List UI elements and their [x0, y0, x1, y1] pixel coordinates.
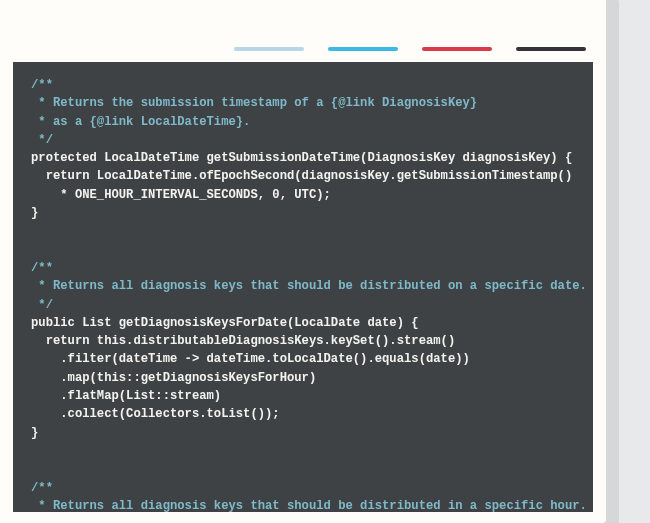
javadoc-line: * Returns all diagnosis keys that should…	[31, 499, 587, 512]
code-line: public List getDiagnosisKeysForDate(Loca…	[31, 316, 419, 330]
code-line: .flatMap(List::stream)	[31, 389, 221, 403]
code-line: .map(this::getDiagnosisKeysForHour)	[31, 371, 316, 385]
code-line: * ONE_HOUR_INTERVAL_SECONDS, 0, UTC);	[31, 188, 331, 202]
tab-indicator-1[interactable]	[234, 47, 304, 51]
code-line: protected LocalDateTime getSubmissionDat…	[31, 151, 572, 165]
javadoc-line: */	[31, 133, 53, 147]
javadoc-line: * Returns the submission timestamp of a …	[31, 96, 477, 110]
code-line: }	[31, 426, 38, 440]
code-line: }	[31, 206, 38, 220]
javadoc-line: * Returns all diagnosis keys that should…	[31, 279, 587, 293]
code-line: return this.distributableDiagnosisKeys.k…	[31, 334, 455, 348]
javadoc-line: /**	[31, 78, 53, 92]
tab-indicator-2[interactable]	[328, 47, 398, 51]
code-line: .collect(Collectors.toList());	[31, 407, 280, 421]
tab-strip	[0, 38, 606, 56]
javadoc-line: /**	[31, 261, 53, 275]
code-content: /** * Returns the submission timestamp o…	[31, 76, 575, 512]
code-line: .filter(dateTime -> dateTime.toLocalDate…	[31, 352, 470, 366]
device-frame: /** * Returns the submission timestamp o…	[0, 0, 606, 523]
tab-indicator-4[interactable]	[516, 47, 586, 51]
tab-indicator-3[interactable]	[422, 47, 492, 51]
javadoc-line: /**	[31, 481, 53, 495]
javadoc-line: * as a {@link LocalDateTime}.	[31, 115, 250, 129]
code-line: return LocalDateTime.ofEpochSecond(diagn…	[31, 169, 572, 183]
code-editor-panel: /** * Returns the submission timestamp o…	[13, 62, 593, 512]
javadoc-line: */	[31, 298, 53, 312]
